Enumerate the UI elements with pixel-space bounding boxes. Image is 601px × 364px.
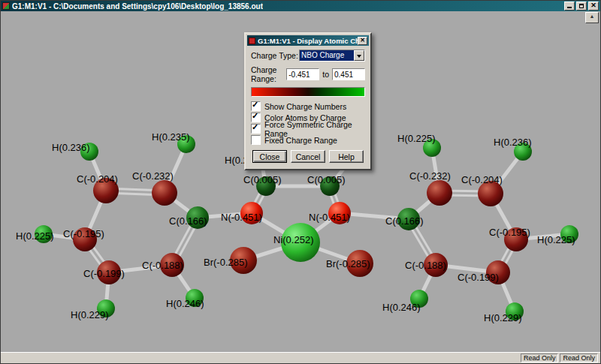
atom-label: C(-0.232) xyxy=(132,170,174,182)
atom-sphere[interactable] xyxy=(152,180,177,206)
close-dialog-button[interactable]: Close xyxy=(252,150,287,163)
dialog-title: G1:M1:V1 - Display Atomic Charges xyxy=(258,37,358,45)
atom-label: C(-0.195) xyxy=(489,227,530,238)
dialog-body: Charge Type: NBO Charge Charge Range: to… xyxy=(247,46,369,167)
atom-label: H(0.229) xyxy=(71,309,109,320)
charges-dialog: G1:M1:V1 - Display Atomic Charges Charge… xyxy=(244,32,372,170)
charge-type-dropdown-button[interactable] xyxy=(354,50,364,61)
atom-label: H(0.225) xyxy=(537,234,575,245)
atom-label: C(-0.188) xyxy=(142,260,183,271)
atom-label: H(0.225) xyxy=(397,133,436,144)
charge-range-to-label: to xyxy=(322,70,329,79)
charge-range-label: Charge Range: xyxy=(251,65,286,83)
scroll-up-button[interactable] xyxy=(585,12,599,23)
atom-label: C(0.166) xyxy=(385,215,424,227)
dialog-buttons: Close Cancel Help xyxy=(251,150,365,163)
atom-label: C(-0.199) xyxy=(458,272,499,283)
charge-type-select[interactable]: NBO Charge xyxy=(299,50,365,62)
atom-label: H(0.246) xyxy=(382,302,421,313)
dialog-close-button[interactable] xyxy=(358,37,367,45)
charge-range-min-input[interactable] xyxy=(286,68,319,80)
atom-label: H(0.229) xyxy=(484,312,522,323)
fixed-range-label: Fixed Charge Range xyxy=(264,136,337,145)
charge-type-label: Charge Type: xyxy=(251,51,298,60)
atom-label: H(0.225) xyxy=(16,230,54,242)
window-controls xyxy=(564,2,599,11)
app-icon xyxy=(2,2,10,10)
atom-label: Ni(0.252) xyxy=(273,234,313,245)
atom-label: H(0.235) xyxy=(152,131,190,143)
read-only-badge-2: Read Only xyxy=(560,353,598,362)
color-atoms-checkbox[interactable]: ✓ xyxy=(251,113,261,122)
check-icon: ✓ xyxy=(252,122,258,132)
show-charge-numbers-checkbox[interactable]: ✓ xyxy=(251,101,261,111)
charge-range-row: Charge Range: to xyxy=(251,65,365,83)
atom-label: C(-0.204) xyxy=(77,173,118,185)
main-window: H(0.236)H(0.235)C(-0.204)C(-0.232)H(0.22… xyxy=(0,0,601,364)
help-button[interactable]: Help xyxy=(329,150,364,163)
checkbox-row-show-charge-numbers[interactable]: ✓ Show Charge Numbers xyxy=(251,101,365,111)
main-titlebar[interactable]: G1:M1:V1 - C:\Documents and Settings\cpy… xyxy=(1,1,600,11)
window-title: G1:M1:V1 - C:\Documents and Settings\cpy… xyxy=(12,2,263,11)
read-only-badge-1: Read Only xyxy=(521,353,559,362)
atom-label: H(0.246) xyxy=(166,298,204,309)
close-button[interactable] xyxy=(588,2,599,11)
charge-type-row: Charge Type: NBO Charge xyxy=(251,50,365,62)
atom-label: C(-0.188) xyxy=(405,260,446,271)
dialog-titlebar[interactable]: G1:M1:V1 - Display Atomic Charges xyxy=(247,35,369,46)
atom-label: Br(-0.285) xyxy=(204,257,248,268)
show-charge-numbers-label: Show Charge Numbers xyxy=(264,102,346,111)
minimize-button[interactable] xyxy=(564,2,575,11)
check-icon: ✓ xyxy=(252,111,258,121)
charge-gradient-bar xyxy=(251,87,365,97)
cancel-button[interactable]: Cancel xyxy=(291,150,325,163)
atom-label: N(-0.451) xyxy=(221,212,262,223)
maximize-button[interactable] xyxy=(576,2,587,11)
atom-label: H(0.236) xyxy=(52,142,90,153)
atom-label: C(0.005) xyxy=(307,174,346,185)
charge-range-max-input[interactable] xyxy=(332,68,365,80)
atom-label: H(0.236) xyxy=(494,137,532,148)
checkbox-row-symmetric-range[interactable]: ✓ Force Symmetric Charge Range xyxy=(251,124,365,134)
atom-label: Br(-0.285) xyxy=(326,258,370,269)
dialog-icon xyxy=(249,38,255,44)
atom-label: C(-0.232) xyxy=(409,170,451,182)
atom-label: C(0.005) xyxy=(243,174,282,185)
fixed-range-checkbox[interactable]: ✓ xyxy=(251,135,261,145)
atom-label: C(-0.195) xyxy=(63,228,104,239)
atom-label: C(-0.204) xyxy=(461,174,503,185)
atom-label: C(-0.199) xyxy=(83,268,125,279)
charge-type-value: NBO Charge xyxy=(300,50,354,61)
status-bar: Read Only Read Only xyxy=(1,352,600,363)
atom-label: C(0.166) xyxy=(169,215,207,227)
symmetric-range-checkbox[interactable]: ✓ xyxy=(251,124,261,134)
atom-sphere[interactable] xyxy=(427,180,452,206)
check-icon: ✓ xyxy=(252,100,258,110)
atom-label: N(-0.451) xyxy=(309,212,350,223)
